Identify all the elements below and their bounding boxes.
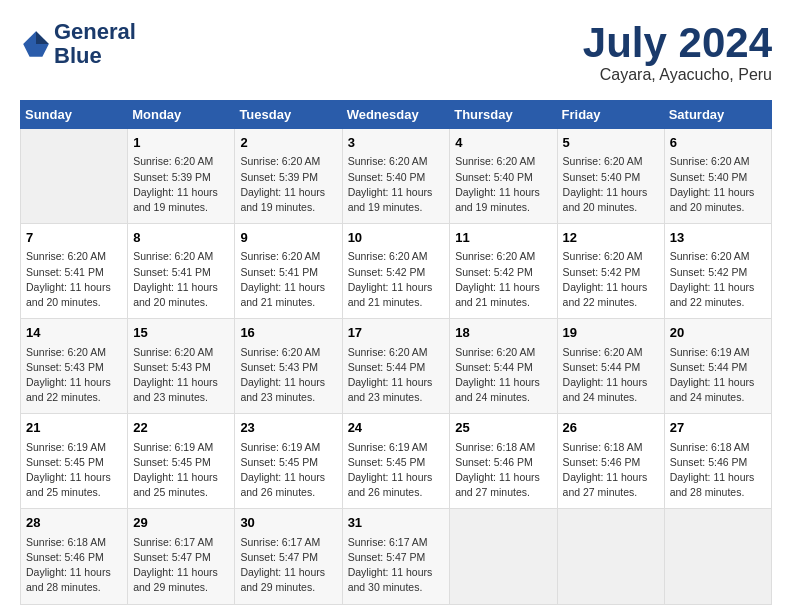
day-info: Sunrise: 6:20 AMSunset: 5:40 PMDaylight:… [563, 154, 659, 215]
calendar-cell: 1Sunrise: 6:20 AMSunset: 5:39 PMDaylight… [128, 129, 235, 224]
day-info: Sunrise: 6:20 AMSunset: 5:44 PMDaylight:… [563, 345, 659, 406]
day-number: 2 [240, 134, 336, 152]
calendar-cell: 12Sunrise: 6:20 AMSunset: 5:42 PMDayligh… [557, 224, 664, 319]
day-number: 27 [670, 419, 766, 437]
day-info: Sunrise: 6:20 AMSunset: 5:40 PMDaylight:… [348, 154, 445, 215]
day-number: 3 [348, 134, 445, 152]
calendar-cell: 22Sunrise: 6:19 AMSunset: 5:45 PMDayligh… [128, 414, 235, 509]
day-number: 22 [133, 419, 229, 437]
day-number: 13 [670, 229, 766, 247]
day-info: Sunrise: 6:20 AMSunset: 5:39 PMDaylight:… [240, 154, 336, 215]
calendar-cell: 3Sunrise: 6:20 AMSunset: 5:40 PMDaylight… [342, 129, 450, 224]
logo: General Blue [20, 20, 136, 68]
calendar-cell: 18Sunrise: 6:20 AMSunset: 5:44 PMDayligh… [450, 319, 557, 414]
calendar-cell: 25Sunrise: 6:18 AMSunset: 5:46 PMDayligh… [450, 414, 557, 509]
day-number: 11 [455, 229, 551, 247]
calendar-header-row: Sunday Monday Tuesday Wednesday Thursday… [21, 101, 772, 129]
day-number: 1 [133, 134, 229, 152]
day-number: 30 [240, 514, 336, 532]
day-info: Sunrise: 6:19 AMSunset: 5:45 PMDaylight:… [26, 440, 122, 501]
day-info: Sunrise: 6:18 AMSunset: 5:46 PMDaylight:… [670, 440, 766, 501]
logo-text: General Blue [54, 20, 136, 68]
day-info: Sunrise: 6:20 AMSunset: 5:43 PMDaylight:… [133, 345, 229, 406]
calendar-cell [21, 129, 128, 224]
calendar-cell: 15Sunrise: 6:20 AMSunset: 5:43 PMDayligh… [128, 319, 235, 414]
calendar-cell: 20Sunrise: 6:19 AMSunset: 5:44 PMDayligh… [664, 319, 771, 414]
day-number: 23 [240, 419, 336, 437]
day-number: 15 [133, 324, 229, 342]
day-number: 9 [240, 229, 336, 247]
col-thursday: Thursday [450, 101, 557, 129]
title-block: July 2024 Cayara, Ayacucho, Peru [583, 20, 772, 84]
calendar-cell [664, 509, 771, 604]
day-info: Sunrise: 6:20 AMSunset: 5:40 PMDaylight:… [670, 154, 766, 215]
calendar-cell: 13Sunrise: 6:20 AMSunset: 5:42 PMDayligh… [664, 224, 771, 319]
col-wednesday: Wednesday [342, 101, 450, 129]
calendar-cell: 27Sunrise: 6:18 AMSunset: 5:46 PMDayligh… [664, 414, 771, 509]
calendar-cell: 7Sunrise: 6:20 AMSunset: 5:41 PMDaylight… [21, 224, 128, 319]
day-number: 18 [455, 324, 551, 342]
day-info: Sunrise: 6:20 AMSunset: 5:42 PMDaylight:… [670, 249, 766, 310]
calendar-cell: 21Sunrise: 6:19 AMSunset: 5:45 PMDayligh… [21, 414, 128, 509]
day-number: 6 [670, 134, 766, 152]
day-number: 31 [348, 514, 445, 532]
svg-marker-1 [36, 31, 49, 44]
day-number: 12 [563, 229, 659, 247]
day-number: 17 [348, 324, 445, 342]
day-info: Sunrise: 6:20 AMSunset: 5:43 PMDaylight:… [240, 345, 336, 406]
calendar-cell: 28Sunrise: 6:18 AMSunset: 5:46 PMDayligh… [21, 509, 128, 604]
day-info: Sunrise: 6:20 AMSunset: 5:40 PMDaylight:… [455, 154, 551, 215]
calendar-cell: 8Sunrise: 6:20 AMSunset: 5:41 PMDaylight… [128, 224, 235, 319]
day-info: Sunrise: 6:19 AMSunset: 5:45 PMDaylight:… [133, 440, 229, 501]
col-tuesday: Tuesday [235, 101, 342, 129]
calendar-week-row: 7Sunrise: 6:20 AMSunset: 5:41 PMDaylight… [21, 224, 772, 319]
day-number: 19 [563, 324, 659, 342]
calendar-cell: 10Sunrise: 6:20 AMSunset: 5:42 PMDayligh… [342, 224, 450, 319]
calendar-cell: 5Sunrise: 6:20 AMSunset: 5:40 PMDaylight… [557, 129, 664, 224]
logo-line1: General [54, 19, 136, 44]
day-info: Sunrise: 6:20 AMSunset: 5:42 PMDaylight:… [563, 249, 659, 310]
day-info: Sunrise: 6:19 AMSunset: 5:44 PMDaylight:… [670, 345, 766, 406]
location-subtitle: Cayara, Ayacucho, Peru [583, 66, 772, 84]
day-info: Sunrise: 6:20 AMSunset: 5:43 PMDaylight:… [26, 345, 122, 406]
day-number: 25 [455, 419, 551, 437]
day-info: Sunrise: 6:18 AMSunset: 5:46 PMDaylight:… [563, 440, 659, 501]
day-info: Sunrise: 6:20 AMSunset: 5:42 PMDaylight:… [455, 249, 551, 310]
col-monday: Monday [128, 101, 235, 129]
day-info: Sunrise: 6:17 AMSunset: 5:47 PMDaylight:… [133, 535, 229, 596]
day-number: 24 [348, 419, 445, 437]
day-number: 10 [348, 229, 445, 247]
day-number: 26 [563, 419, 659, 437]
day-info: Sunrise: 6:20 AMSunset: 5:41 PMDaylight:… [133, 249, 229, 310]
day-info: Sunrise: 6:20 AMSunset: 5:44 PMDaylight:… [455, 345, 551, 406]
day-number: 16 [240, 324, 336, 342]
day-number: 7 [26, 229, 122, 247]
day-number: 21 [26, 419, 122, 437]
month-title: July 2024 [583, 20, 772, 66]
col-friday: Friday [557, 101, 664, 129]
calendar-week-row: 21Sunrise: 6:19 AMSunset: 5:45 PMDayligh… [21, 414, 772, 509]
calendar-cell: 2Sunrise: 6:20 AMSunset: 5:39 PMDaylight… [235, 129, 342, 224]
calendar-week-row: 1Sunrise: 6:20 AMSunset: 5:39 PMDaylight… [21, 129, 772, 224]
calendar-cell: 9Sunrise: 6:20 AMSunset: 5:41 PMDaylight… [235, 224, 342, 319]
calendar-cell: 6Sunrise: 6:20 AMSunset: 5:40 PMDaylight… [664, 129, 771, 224]
day-info: Sunrise: 6:19 AMSunset: 5:45 PMDaylight:… [240, 440, 336, 501]
day-info: Sunrise: 6:17 AMSunset: 5:47 PMDaylight:… [240, 535, 336, 596]
calendar-cell: 29Sunrise: 6:17 AMSunset: 5:47 PMDayligh… [128, 509, 235, 604]
logo-icon [20, 28, 52, 60]
calendar-cell: 14Sunrise: 6:20 AMSunset: 5:43 PMDayligh… [21, 319, 128, 414]
col-sunday: Sunday [21, 101, 128, 129]
day-number: 4 [455, 134, 551, 152]
calendar-table: Sunday Monday Tuesday Wednesday Thursday… [20, 100, 772, 604]
calendar-cell: 31Sunrise: 6:17 AMSunset: 5:47 PMDayligh… [342, 509, 450, 604]
day-number: 14 [26, 324, 122, 342]
day-number: 5 [563, 134, 659, 152]
day-info: Sunrise: 6:18 AMSunset: 5:46 PMDaylight:… [26, 535, 122, 596]
calendar-cell [557, 509, 664, 604]
day-info: Sunrise: 6:18 AMSunset: 5:46 PMDaylight:… [455, 440, 551, 501]
calendar-cell: 19Sunrise: 6:20 AMSunset: 5:44 PMDayligh… [557, 319, 664, 414]
calendar-cell: 4Sunrise: 6:20 AMSunset: 5:40 PMDaylight… [450, 129, 557, 224]
day-info: Sunrise: 6:17 AMSunset: 5:47 PMDaylight:… [348, 535, 445, 596]
calendar-cell: 16Sunrise: 6:20 AMSunset: 5:43 PMDayligh… [235, 319, 342, 414]
day-info: Sunrise: 6:20 AMSunset: 5:39 PMDaylight:… [133, 154, 229, 215]
